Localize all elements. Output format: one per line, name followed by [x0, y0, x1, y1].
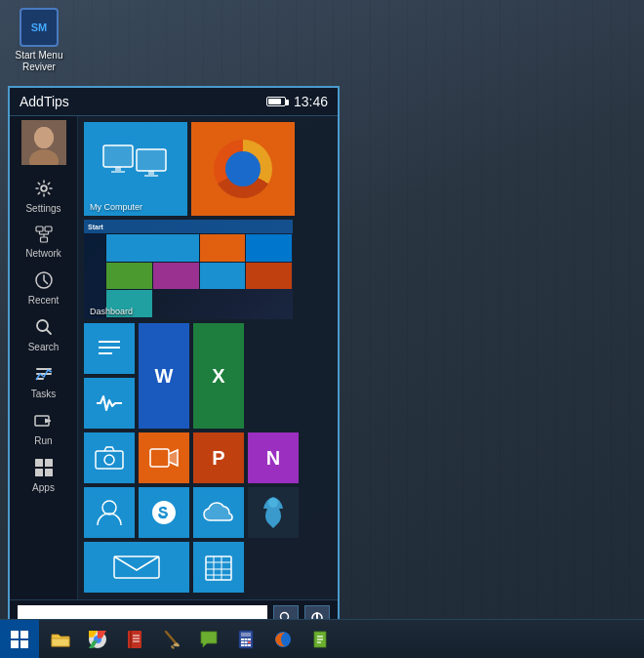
sidebar-item-search[interactable]: Search [10, 311, 77, 358]
svg-rect-72 [245, 644, 248, 646]
tile-list[interactable] [84, 323, 135, 374]
tiles-row-2: Start [84, 220, 332, 319]
sidebar-apps-label: Apps [32, 482, 55, 493]
svg-rect-26 [111, 171, 125, 173]
svg-rect-65 [241, 638, 244, 640]
taskbar-item-chat[interactable] [191, 622, 226, 657]
svg-rect-51 [20, 631, 28, 638]
svg-rect-70 [248, 641, 251, 643]
gear-icon [34, 179, 54, 201]
svg-rect-6 [45, 226, 52, 231]
taskbar-item-firefox[interactable] [265, 622, 301, 657]
start-menu-header: AddTips 13:46 [10, 88, 338, 116]
sidebar-item-tasks[interactable]: Tasks [10, 358, 77, 405]
battery-icon [266, 97, 286, 106]
tile-firefox[interactable] [191, 122, 295, 216]
svg-point-38 [268, 498, 278, 508]
desktop-icon-label: Start Menu Reviver [16, 50, 63, 73]
firefox-icon [214, 140, 272, 198]
sidebar-settings-label: Settings [25, 203, 60, 214]
tiles-row-1: My Computer [84, 122, 332, 216]
onenote-icon-label: N [266, 447, 280, 470]
tile-onedrive[interactable] [193, 487, 244, 538]
sidebar-avatar[interactable] [21, 120, 66, 165]
sidebar-item-apps[interactable]: Apps [10, 452, 77, 499]
start-menu: AddTips 13:46 [8, 86, 340, 637]
svg-rect-53 [20, 640, 28, 648]
mycomputer-label: My Computer [88, 200, 183, 212]
svg-point-35 [104, 455, 114, 465]
recent-icon [34, 270, 54, 293]
svg-rect-54 [52, 638, 69, 646]
svg-rect-40 [206, 556, 231, 580]
svg-rect-7 [40, 237, 47, 242]
sidebar: Settings Network [10, 116, 78, 599]
tile-mycomputer[interactable]: My Computer [84, 122, 187, 216]
svg-rect-5 [36, 226, 43, 231]
tile-mail[interactable] [84, 542, 189, 593]
svg-rect-67 [248, 638, 251, 640]
tiles-spacer [248, 542, 332, 593]
svg-rect-15 [36, 368, 52, 370]
tile-onenote[interactable]: N [248, 432, 299, 483]
tiles-area: My Computer Start [78, 116, 338, 599]
svg-rect-36 [150, 449, 169, 467]
taskbar-item-calculator[interactable] [228, 622, 263, 657]
tile-contacts[interactable] [84, 487, 135, 538]
taskbar-item-book[interactable] [117, 622, 152, 657]
svg-rect-50 [11, 631, 19, 638]
svg-rect-52 [11, 640, 19, 648]
svg-rect-24 [103, 145, 133, 167]
tile-calendar[interactable] [193, 542, 244, 593]
sidebar-item-settings[interactable]: Settings [10, 173, 77, 220]
search-icon [34, 317, 54, 340]
taskbar-item-chrome[interactable] [80, 622, 115, 657]
svg-rect-16 [36, 373, 52, 375]
word-icon-label: W [155, 365, 174, 388]
tiles-row-4: P N [84, 432, 332, 483]
svg-rect-20 [45, 459, 53, 467]
sidebar-item-run[interactable]: Run [10, 405, 77, 452]
sidebar-search-label: Search [28, 342, 60, 352]
taskbar-items [39, 622, 644, 657]
avatar-image [21, 120, 66, 165]
svg-rect-58 [130, 631, 132, 648]
tile-r-app[interactable] [248, 487, 299, 538]
tile-video[interactable] [139, 432, 189, 483]
svg-point-37 [102, 501, 116, 514]
taskbar-item-task[interactable] [302, 622, 338, 657]
svg-rect-22 [45, 469, 53, 476]
svg-rect-30 [144, 175, 158, 177]
svg-rect-66 [245, 638, 248, 640]
tile-word[interactable]: W [139, 323, 189, 429]
tile-excel[interactable]: X [193, 323, 244, 429]
svg-rect-39 [114, 556, 159, 578]
taskbar-item-broom[interactable] [154, 622, 189, 657]
powerpoint-icon-label: P [212, 447, 224, 470]
tile-dashboard[interactable]: Start [84, 220, 293, 319]
svg-rect-21 [35, 469, 43, 476]
desktop-icon-image: SM [20, 8, 59, 47]
taskbar [0, 619, 644, 658]
sidebar-network-label: Network [25, 248, 61, 259]
tile-skype[interactable] [139, 487, 189, 538]
header-title: AddTips [20, 94, 69, 109]
tile-powerpoint[interactable]: P [193, 432, 244, 483]
tile-camera[interactable] [84, 432, 135, 483]
svg-rect-25 [115, 167, 121, 171]
dashboard-label: Dashboard [88, 305, 293, 316]
svg-rect-29 [148, 171, 154, 175]
tasks-icon [34, 364, 54, 387]
tiles-row-6 [84, 542, 332, 593]
sidebar-run-label: Run [34, 435, 52, 446]
sidebar-item-network[interactable]: Network [10, 220, 77, 265]
tiles-row-3: W X [84, 323, 332, 429]
tile-col-left-3 [84, 323, 135, 429]
desktop-icon-startmenu[interactable]: SM Start Menu Reviver [8, 8, 70, 73]
svg-rect-34 [96, 451, 123, 469]
svg-rect-71 [241, 644, 244, 646]
taskbar-item-explorer[interactable] [43, 622, 78, 657]
taskbar-start-button[interactable] [0, 620, 39, 659]
sidebar-item-recent[interactable]: Recent [10, 265, 77, 311]
tile-pulse[interactable] [84, 378, 135, 429]
